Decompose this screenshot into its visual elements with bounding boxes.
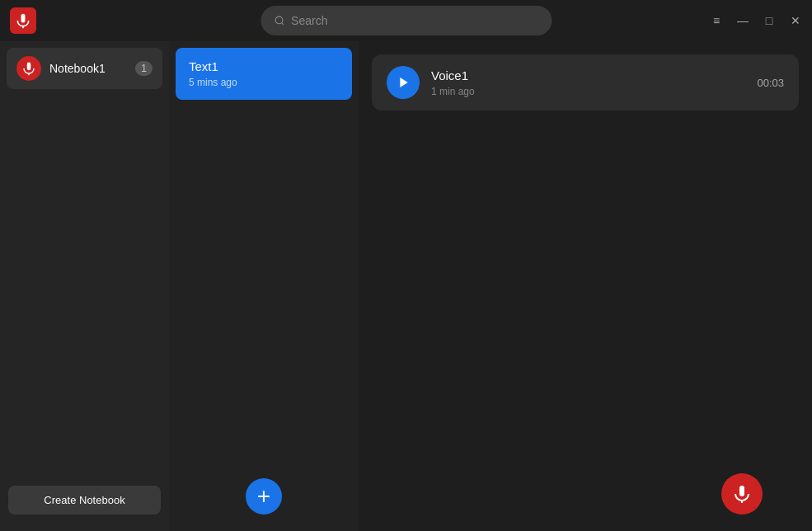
notebook-avatar [16, 56, 41, 81]
maximize-button[interactable]: □ [763, 14, 776, 27]
search-input[interactable] [291, 14, 538, 27]
svg-point-0 [275, 16, 283, 24]
note-detail: Voice1 1 min ago 00:03 [359, 41, 812, 531]
microphone-icon [732, 484, 752, 504]
voice-title: Voice1 [431, 68, 745, 82]
note-time: 5 mins ago [189, 77, 339, 88]
svg-line-1 [281, 23, 283, 25]
notes-list: Text1 5 mins ago + [169, 41, 359, 531]
minimize-button[interactable]: — [736, 14, 749, 27]
notebook-count: 1 [135, 61, 153, 76]
title-bar: ≡ — □ ✕ [0, 0, 812, 41]
add-note-button[interactable]: + [246, 478, 282, 515]
create-notebook-button[interactable]: Create Notebook [8, 486, 161, 515]
app-icon [10, 7, 36, 34]
play-button[interactable] [387, 66, 420, 99]
voice-note-card: Voice1 1 min ago 00:03 [372, 54, 799, 110]
close-button[interactable]: ✕ [789, 14, 802, 27]
menu-button[interactable]: ≡ [710, 14, 723, 27]
search-icon [274, 15, 284, 26]
voice-duration: 00:03 [757, 77, 784, 89]
play-icon [397, 76, 411, 89]
svg-marker-2 [400, 78, 407, 87]
title-bar-left [10, 7, 36, 34]
sidebar-item-notebook1[interactable]: Notebook1 1 [7, 48, 162, 89]
voice-time: 1 min ago [431, 86, 745, 97]
notebook-name: Notebook1 [49, 62, 127, 75]
window-controls: ≡ — □ ✕ [710, 14, 802, 27]
note-card-text1[interactable]: Text1 5 mins ago [176, 48, 352, 100]
search-bar[interactable] [260, 6, 552, 35]
sidebar: Notebook1 1 Create Notebook [0, 41, 169, 531]
voice-info: Voice1 1 min ago [431, 68, 745, 97]
note-title: Text1 [189, 59, 339, 73]
record-button[interactable] [721, 473, 763, 515]
main-layout: Notebook1 1 Create Notebook Text1 5 mins… [0, 41, 812, 531]
